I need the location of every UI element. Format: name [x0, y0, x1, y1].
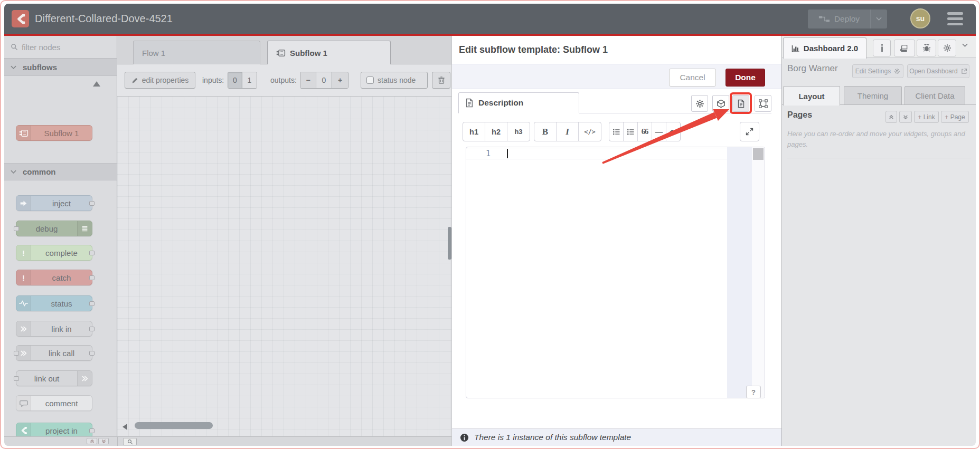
h3-button[interactable]: h3: [507, 122, 530, 141]
sidebar-config-button[interactable]: [938, 40, 956, 56]
editor-scrollbar-thumb[interactable]: [753, 148, 764, 160]
palette-section-subflows[interactable]: subflows: [4, 59, 117, 76]
input-port[interactable]: [14, 226, 19, 231]
palette-node-link-out[interactable]: link out: [16, 370, 92, 386]
palette-node-inject[interactable]: inject: [16, 195, 92, 211]
bold-button[interactable]: B: [534, 122, 557, 141]
canvas-scroll-left-icon[interactable]: [123, 424, 127, 430]
main-menu-button[interactable]: [947, 12, 963, 25]
book-icon: [900, 44, 909, 52]
palette-node-link-call[interactable]: link call: [16, 345, 92, 361]
editor-help-button[interactable]: ?: [746, 386, 761, 398]
add-link-button[interactable]: + Link: [914, 111, 939, 123]
node-red-window: Different-Collared-Dove-4521 Deploy su: [0, 0, 980, 449]
edit-properties-button[interactable]: edit properties: [125, 72, 195, 89]
italic-button[interactable]: I: [557, 122, 579, 141]
output-port[interactable]: [89, 201, 95, 206]
editor-minimap[interactable]: [727, 147, 752, 398]
subflow-properties-button[interactable]: [691, 95, 708, 112]
tab-client-data[interactable]: Client Data: [904, 86, 965, 104]
output-port[interactable]: [89, 327, 95, 331]
outputs-decrement-button[interactable]: −: [300, 72, 316, 88]
palette-node-label: status: [31, 296, 92, 311]
palette-node-catch[interactable]: ! catch: [16, 270, 92, 285]
tab-description[interactable]: Description: [458, 92, 579, 113]
instance-info-text: There is 1 instance of this subflow temp…: [474, 433, 631, 442]
palette-section-common[interactable]: common: [4, 163, 117, 180]
description-editor[interactable]: 1: [466, 147, 765, 398]
output-port[interactable]: [89, 428, 95, 433]
filter-nodes-input[interactable]: [22, 43, 90, 52]
deploy-options-button[interactable]: [870, 9, 887, 28]
output-port[interactable]: [89, 275, 95, 280]
input-port[interactable]: [14, 376, 19, 381]
palette-node-debug[interactable]: debug: [16, 221, 92, 236]
sidebar-debug-button[interactable]: [917, 40, 936, 56]
input-port[interactable]: [14, 351, 19, 356]
palette-collapse-all-button[interactable]: [87, 438, 97, 444]
link-arrow-icon: [77, 371, 92, 386]
tab-layout[interactable]: Layout: [783, 86, 840, 106]
sidebar-info-button[interactable]: [873, 40, 891, 56]
status-node-checkbox[interactable]: [366, 77, 374, 84]
canvas-search-button[interactable]: [123, 438, 137, 445]
tray-title: Edit subflow template: Subflow 1: [452, 36, 782, 64]
add-page-button[interactable]: + Page: [941, 111, 969, 123]
unordered-list-button[interactable]: [624, 122, 638, 141]
deploy-button-main[interactable]: Deploy: [808, 14, 870, 24]
flow-canvas[interactable]: [117, 97, 451, 436]
tab-dashboard-2[interactable]: Dashboard 2.0: [783, 37, 866, 59]
palette-node-subflow-1[interactable]: Subflow 1: [16, 125, 92, 141]
output-port[interactable]: [89, 301, 95, 306]
delete-subflow-button[interactable]: [432, 72, 450, 89]
inputs-option-0[interactable]: 0: [228, 72, 242, 88]
subflow-module-properties-button[interactable]: [755, 95, 771, 112]
horizontal-rule-button[interactable]: —: [652, 122, 666, 141]
code-button[interactable]: </>: [579, 122, 601, 141]
outputs-increment-button[interactable]: +: [332, 72, 348, 88]
done-button[interactable]: Done: [725, 69, 765, 87]
sidebar-help-button[interactable]: [894, 40, 915, 56]
subflow-appearance-button[interactable]: [712, 95, 729, 112]
tab-flow-1[interactable]: Flow 1: [133, 41, 260, 64]
exclamation-icon: !: [16, 245, 31, 260]
pages-expand-all-button[interactable]: [899, 111, 912, 123]
output-port[interactable]: [89, 351, 95, 356]
h2-button[interactable]: h2: [485, 122, 507, 141]
editor-vertical-scrollbar[interactable]: [752, 147, 765, 398]
edit-settings-button[interactable]: Edit Settings: [852, 64, 903, 78]
palette-node-comment[interactable]: comment: [16, 395, 92, 411]
expand-icon: [746, 128, 753, 136]
palette-node-status[interactable]: status: [16, 295, 92, 311]
trash-icon: [438, 76, 445, 84]
tab-theming[interactable]: Theming: [844, 86, 902, 104]
palette-scroll-up-icon[interactable]: [93, 81, 100, 87]
tab-label: Theming: [858, 91, 888, 100]
inputs-option-1[interactable]: 1: [242, 72, 257, 88]
open-dashboard-button[interactable]: Open Dashboard: [907, 64, 969, 78]
inputs-label: inputs:: [202, 72, 224, 89]
status-node-toggle[interactable]: status node: [361, 72, 428, 89]
palette-node-label: link out: [16, 371, 77, 386]
ordered-list-button[interactable]: [609, 122, 624, 141]
palette-node-label: complete: [31, 245, 92, 260]
sidebar-more-tabs-button[interactable]: [962, 43, 968, 47]
palette-node-complete[interactable]: ! complete: [16, 245, 92, 261]
h1-button[interactable]: h1: [463, 122, 485, 141]
tab-subflow-1[interactable]: Subflow 1: [267, 41, 391, 65]
outputs-value[interactable]: 0: [316, 72, 332, 88]
pages-collapse-all-button[interactable]: [885, 111, 897, 123]
blockquote-button[interactable]: 66: [638, 122, 652, 141]
expand-editor-button[interactable]: [740, 122, 759, 141]
palette-expand-all-button[interactable]: [98, 438, 109, 444]
canvas-horizontal-scrollbar[interactable]: [135, 422, 213, 429]
cancel-button[interactable]: Cancel: [669, 69, 716, 87]
user-avatar[interactable]: su: [910, 8, 930, 28]
palette-node-link-in[interactable]: link in: [16, 321, 92, 337]
tray-resize-handle[interactable]: [448, 227, 451, 260]
output-port[interactable]: [89, 251, 95, 255]
deploy-button[interactable]: Deploy: [808, 9, 887, 28]
tab-label: Layout: [798, 92, 824, 101]
tray-footer: There is 1 instance of this subflow temp…: [452, 428, 782, 446]
link-button[interactable]: [666, 122, 680, 141]
